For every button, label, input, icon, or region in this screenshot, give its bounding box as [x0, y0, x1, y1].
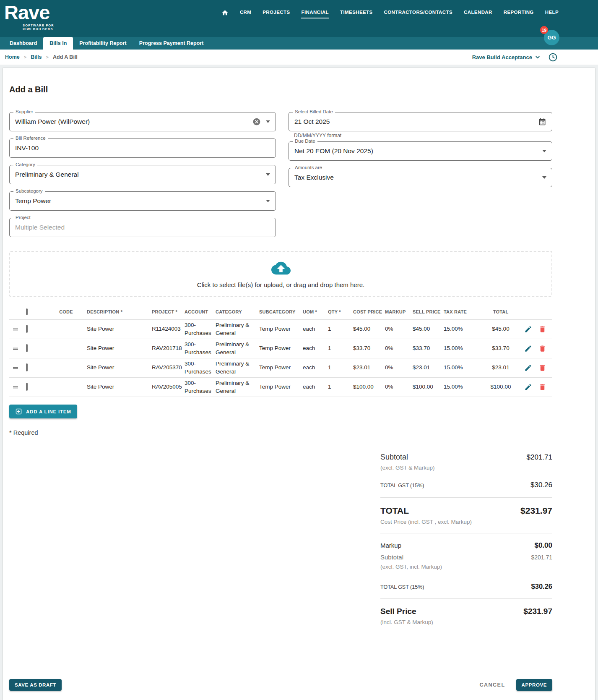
line-items-table: CODE DESCRIPTION * PROJECT * ACCOUNT CAT… — [9, 304, 552, 397]
calendar-icon[interactable] — [538, 118, 546, 126]
edit-row-icon[interactable] — [524, 364, 532, 372]
nav-timesheets[interactable]: TIMESHEETS — [340, 10, 372, 18]
edit-row-icon[interactable] — [524, 345, 532, 353]
delete-row-icon[interactable] — [538, 364, 546, 372]
total-label: TOTAL — [380, 506, 409, 516]
subcategory-value: Temp Power — [15, 197, 51, 205]
gst-value: $30.26 — [530, 481, 552, 489]
cell-subcategory: Temp Power — [259, 345, 303, 352]
select-all-checkbox[interactable] — [26, 308, 28, 315]
nav-reporting[interactable]: REPORTING — [504, 10, 534, 18]
add-box-icon — [15, 408, 22, 415]
breadcrumb-bills[interactable]: Bills — [31, 54, 42, 60]
col-qty: QTY * — [328, 309, 353, 315]
cell-tax-rate: 15.00% — [444, 345, 481, 352]
clear-icon[interactable] — [252, 118, 261, 126]
tab-bills-in[interactable]: Bills In — [43, 37, 73, 50]
cell-subcategory: Temp Power — [259, 383, 303, 391]
nav-contractors-contacts[interactable]: CONTRACTORS/CONTACTS — [384, 10, 452, 18]
drag-handle-icon[interactable] — [9, 326, 26, 333]
nav-help[interactable]: HELP — [545, 10, 559, 18]
col-uom: UOM * — [303, 309, 328, 315]
avatar-initials: GG — [547, 34, 556, 41]
top-navigation: CRM PROJECTS FINANCIAL TIMESHEETS CONTRA… — [221, 9, 559, 19]
edit-row-icon[interactable] — [524, 325, 532, 333]
nav-calendar[interactable]: CALENDAR — [464, 10, 492, 18]
cell-cost-price: $100.00 — [353, 383, 385, 391]
subtotal2-note: (excl. GST, incl. Markup) — [380, 564, 552, 570]
approve-button[interactable]: APPROVE — [516, 679, 552, 691]
table-header-row: CODE DESCRIPTION * PROJECT * ACCOUNT CAT… — [9, 304, 552, 320]
nav-crm[interactable]: CRM — [240, 10, 251, 18]
amounts-are-field[interactable]: Amounts are Tax Exclusive — [289, 168, 552, 187]
delete-row-icon[interactable] — [538, 383, 546, 391]
cell-project: R11424003 — [152, 325, 185, 333]
build-acceptance-selector[interactable]: Rave Build Acceptance — [472, 53, 541, 61]
dropdown-caret-icon[interactable] — [266, 173, 270, 176]
history-clock-icon[interactable] — [548, 52, 558, 62]
cell-total: $33.70 — [481, 345, 521, 352]
delete-row-icon[interactable] — [538, 345, 546, 353]
add-line-item-button[interactable]: ADD A LINE ITEM — [9, 405, 77, 418]
breadcrumb-separator: > — [46, 55, 49, 60]
sell-price-note: (incl. GST & Markup) — [380, 619, 552, 625]
bill-reference-label: Bill Reference — [13, 136, 48, 141]
drag-handle-icon[interactable] — [9, 364, 26, 372]
row-checkbox[interactable] — [26, 363, 28, 371]
supplier-field[interactable]: Supplier William Power (WilPower) — [9, 112, 276, 131]
tab-profitability-report[interactable]: Profitability Report — [73, 37, 133, 50]
required-note: * Required — [9, 429, 552, 436]
date-format-helper: DD/MM/YYYY format — [294, 133, 552, 138]
category-field[interactable]: Category Preliminary & General — [9, 165, 276, 184]
nav-financial[interactable]: FINANCIAL — [301, 10, 329, 18]
project-label: Project — [13, 215, 33, 220]
due-date-field[interactable]: Due Date Net 20 EOM (20 Nov 2025) — [289, 141, 552, 161]
cancel-button[interactable]: CANCEL — [479, 682, 505, 688]
cell-category: Preliminary & General — [216, 360, 259, 375]
drag-handle-icon[interactable] — [9, 345, 26, 353]
sell-price-label: Sell Price — [380, 607, 416, 616]
home-icon[interactable] — [221, 9, 229, 19]
cell-account: 300-Purchases — [185, 341, 216, 356]
project-value: Multiple Selected — [15, 224, 65, 231]
row-checkbox[interactable] — [26, 383, 28, 391]
dropdown-caret-icon[interactable] — [542, 150, 546, 152]
file-upload-dropzone[interactable]: Click to select file(s) for upload, or d… — [9, 251, 552, 297]
cell-project: RAV201718 — [152, 345, 185, 352]
avatar[interactable]: GG 19 — [544, 30, 559, 45]
project-field[interactable]: Project Multiple Selected — [9, 218, 276, 237]
save-as-draft-button[interactable]: SAVE AS DRAFT — [9, 679, 62, 691]
cell-description: Site Power — [87, 325, 152, 333]
sell-price-value: $231.97 — [523, 607, 552, 616]
billed-date-field[interactable]: Select Billed Date 21 Oct 2025 — [289, 112, 552, 131]
page-title: Add a Bill — [9, 85, 552, 94]
supplier-value: William Power (WilPower) — [15, 118, 90, 125]
subcategory-field[interactable]: Subcategory Temp Power — [9, 191, 276, 211]
cell-subcategory: Temp Power — [259, 325, 303, 333]
nav-projects[interactable]: PROJECTS — [263, 10, 290, 18]
cell-description: Site Power — [87, 364, 152, 371]
tab-progress-payment-report[interactable]: Progress Payment Report — [133, 37, 210, 50]
rave-logo[interactable]: Rave SOFTWARE FOR KIWI BUILDERS — [4, 2, 54, 31]
delete-row-icon[interactable] — [538, 325, 546, 333]
edit-row-icon[interactable] — [524, 383, 532, 391]
dropdown-caret-icon[interactable] — [266, 120, 270, 123]
table-row: Site Power RAV205370 300-Purchases Preli… — [9, 358, 552, 378]
breadcrumb-home[interactable]: Home — [5, 54, 20, 60]
drag-handle-icon[interactable] — [9, 384, 26, 391]
amounts-are-value: Tax Exclusive — [294, 174, 334, 181]
dropdown-caret-icon[interactable] — [542, 176, 546, 179]
dropdown-caret-icon[interactable] — [266, 200, 270, 202]
section-tabs: Dashboard Bills In Profitability Report … — [0, 37, 598, 50]
row-checkbox[interactable] — [26, 325, 28, 333]
divider — [380, 533, 552, 533]
col-description: DESCRIPTION * — [87, 309, 152, 315]
tab-dashboard[interactable]: Dashboard — [3, 37, 43, 50]
row-checkbox[interactable] — [26, 344, 28, 352]
billed-date-label: Select Billed Date — [293, 109, 335, 114]
cell-description: Site Power — [87, 383, 152, 391]
cell-markup: 0% — [385, 325, 413, 333]
breadcrumb-separator: > — [24, 55, 26, 60]
bill-reference-field[interactable]: Bill Reference INV-100 — [9, 138, 276, 158]
cell-tax-rate: 15.00% — [444, 325, 481, 333]
